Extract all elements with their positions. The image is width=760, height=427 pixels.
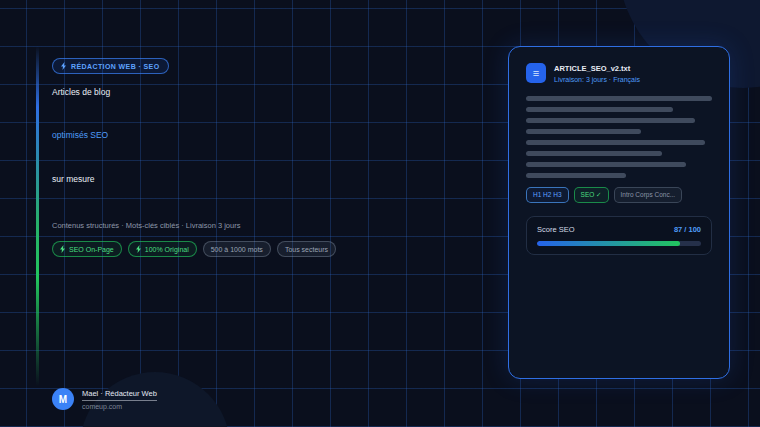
skeleton-line (526, 107, 673, 112)
category-badge: RÉDACTION WEB · SEO (52, 58, 169, 74)
landing-hero-page: RÉDACTION WEB · SEO Articles de blog opt… (0, 0, 760, 427)
tag-seo-check: SEO ✓ (574, 187, 609, 203)
chip-word-count: 500 à 1000 mots (203, 241, 271, 257)
feature-chips-row: SEO On-Page 100% Original 500 à 1000 mot… (52, 241, 336, 257)
skeleton-line (526, 173, 626, 178)
lightning-icon (61, 62, 67, 70)
card-header: ≡ ARTICLE_SEO_v2.txt Livraison: 3 jours … (526, 63, 712, 83)
author-site: comeup.com (82, 403, 157, 410)
lightning-icon (136, 245, 142, 253)
seo-score-card: Score SEO 87 / 100 (526, 216, 712, 255)
file-meta: ARTICLE_SEO_v2.txt Livraison: 3 jours · … (554, 64, 640, 83)
skeleton-line (526, 118, 695, 123)
chip-label: 500 à 1000 mots (211, 246, 263, 253)
category-badge-label: RÉDACTION WEB · SEO (71, 63, 160, 70)
file-icon: ≡ (526, 63, 546, 83)
avatar: M (52, 388, 74, 410)
tag-structure: Intro Corps Conc... (614, 187, 683, 203)
author-meta: Mael · Rédacteur Web comeup.com (82, 389, 157, 410)
skeleton-line (526, 151, 662, 156)
tag-headings: H1 H2 H3 (526, 187, 569, 203)
chip-original: 100% Original (128, 241, 197, 257)
score-value: 87 / 100 (674, 225, 701, 234)
left-accent-line (36, 46, 39, 386)
skeleton-line (526, 96, 712, 101)
headline-line-2: optimisés SEO (52, 130, 108, 140)
skeleton-line (526, 129, 641, 134)
headline-line-3: sur mesure (52, 174, 95, 184)
skeleton-line (526, 162, 686, 167)
score-progress-track (537, 241, 701, 246)
chip-label: 100% Original (145, 246, 189, 253)
chip-label: SEO On-Page (69, 246, 114, 253)
headline-line-1: Articles de blog (52, 87, 110, 97)
score-label: Score SEO (537, 225, 575, 234)
chip-seo-onpage: SEO On-Page (52, 241, 122, 257)
author-name-link[interactable]: Mael · Rédacteur Web (82, 389, 157, 401)
chip-label: Tous secteurs (285, 246, 328, 253)
author-block: M Mael · Rédacteur Web comeup.com (52, 388, 157, 410)
skeleton-text-block (526, 96, 712, 178)
chip-sectors: Tous secteurs (277, 241, 336, 257)
article-preview-card: ≡ ARTICLE_SEO_v2.txt Livraison: 3 jours … (508, 46, 730, 379)
lightning-icon (60, 245, 66, 253)
file-subtitle: Livraison: 3 jours · Français (554, 76, 640, 83)
skeleton-line (526, 140, 705, 145)
score-row: Score SEO 87 / 100 (537, 225, 701, 234)
hero-subtitle: Contenus structurés · Mots-clés ciblés ·… (52, 221, 240, 230)
card-tags-row: H1 H2 H3 SEO ✓ Intro Corps Conc... (526, 187, 712, 203)
file-title: ARTICLE_SEO_v2.txt (554, 64, 640, 73)
score-progress-fill (537, 241, 680, 246)
